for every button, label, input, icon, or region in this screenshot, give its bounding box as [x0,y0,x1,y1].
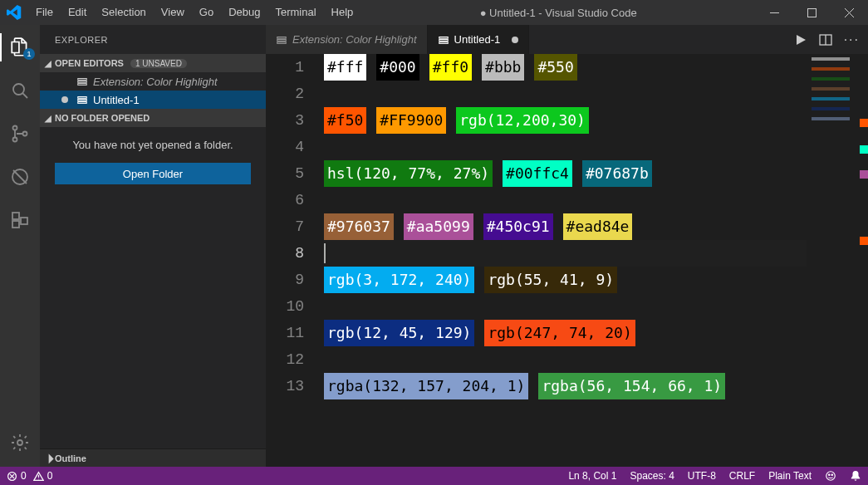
open-folder-button[interactable]: Open Folder [55,163,251,184]
minimize-button[interactable] [756,0,793,25]
extensions-icon[interactable] [0,206,40,234]
menu-file[interactable]: File [28,0,61,25]
color-token[interactable]: #00ffc4 [503,160,572,187]
open-editors-header[interactable]: ◢ Open Editors 1 UNSAVED [40,54,266,72]
line-number: 3 [266,107,304,134]
minimap[interactable] [807,54,856,467]
no-folder-message: You have not yet opened a folder. [40,127,266,163]
menubar: FileEditSelectionViewGoDebugTerminalHelp [28,0,360,25]
outline-label: Outline [55,453,86,463]
color-token[interactable]: #976037 [324,213,394,240]
editor-tab[interactable]: Untitled-1 [428,25,530,54]
status-lncol[interactable]: Ln 8, Col 1 [562,467,623,485]
debug-icon[interactable] [0,163,40,191]
code-line[interactable]: #f50#FF9900rgb(12,200,30) [324,107,807,134]
open-editor-item[interactable]: Untitled-1 [40,91,266,109]
code-line[interactable]: #fff#000#ff0#bbb#550 [324,54,807,81]
more-icon[interactable]: ··· [844,32,860,47]
code-line[interactable] [324,187,807,213]
color-token[interactable]: rgba(132, 157, 204, 1) [324,373,528,399]
svg-rect-20 [78,102,87,104]
open-editor-label: Extension: Color Highlight [93,76,218,88]
status-eol[interactable]: CRLF [723,467,762,485]
menu-go[interactable]: Go [192,0,221,25]
sidebar: Explorer ◢ Open Editors 1 UNSAVED Extens… [40,25,266,467]
color-token[interactable]: #ead84e [563,213,633,240]
code-line[interactable] [324,240,807,267]
code-content[interactable]: #fff#000#ff0#bbb#550#f50#FF9900rgb(12,20… [324,54,807,467]
svg-line-10 [13,170,27,184]
explorer-icon[interactable]: 1 [0,33,40,61]
color-token[interactable]: #fff [324,54,366,81]
overview-marker [860,119,868,127]
activitybar: 1 [0,25,40,467]
svg-point-35 [829,474,830,475]
warning-count: 0 [47,470,53,482]
color-token[interactable]: #ff0 [429,54,472,81]
window-title: ● Untitled-1 - Visual Studio Code [360,7,756,19]
source-control-icon[interactable] [0,120,40,148]
svg-rect-22 [277,39,287,41]
status-errors[interactable]: 0 [0,467,33,485]
svg-point-8 [23,132,27,136]
color-token[interactable]: #FF9900 [376,107,446,134]
code-line[interactable]: rgba(132, 157, 204, 1)rgba(56, 154, 66, … [324,373,807,399]
svg-rect-25 [439,39,448,41]
search-icon[interactable] [0,76,40,105]
overview-ruler[interactable] [856,54,868,467]
color-token[interactable]: rgba(56, 154, 66, 1) [538,373,725,399]
svg-rect-13 [21,218,27,224]
color-token[interactable]: #450c91 [483,213,553,240]
color-token[interactable]: #07687b [582,160,652,187]
color-token[interactable]: rgb(3, 172, 240) [324,267,474,293]
open-editor-item[interactable]: Extension: Color Highlight [40,72,266,91]
split-editor-icon[interactable] [819,33,832,47]
code-line[interactable]: rgb(3, 172, 240)rgb(55, 41, 9) [324,267,807,293]
status-warnings[interactable]: 0 [33,467,60,485]
code-line[interactable] [324,293,807,320]
menu-selection[interactable]: Selection [94,0,153,25]
menu-terminal[interactable]: Terminal [267,0,323,25]
maximize-button[interactable] [793,0,831,25]
color-token[interactable]: rgb(12,200,30) [456,107,589,134]
text-cursor [324,243,326,263]
line-number: 10 [266,293,304,320]
bell-icon[interactable] [843,467,868,485]
color-token[interactable]: rgb(247, 74, 20) [484,320,635,346]
menu-view[interactable]: View [154,0,192,25]
close-button[interactable] [831,0,868,25]
editor-body[interactable]: 12345678910111213 #fff#000#ff0#bbb#550#f… [266,54,868,467]
code-line[interactable]: hsl(120, 77%, 27%)#00ffc4#07687b [324,160,807,187]
code-line[interactable]: rgb(12, 45, 129)rgb(247, 74, 20) [324,320,807,346]
status-encoding[interactable]: UTF-8 [681,467,723,485]
color-token[interactable]: #f50 [324,107,366,134]
code-line[interactable] [324,81,807,107]
color-token[interactable]: #000 [376,54,419,81]
menu-help[interactable]: Help [324,0,361,25]
menu-debug[interactable]: Debug [221,0,267,25]
color-token[interactable]: rgb(55, 41, 9) [484,267,617,293]
code-line[interactable] [324,134,807,160]
code-line[interactable]: #976037#aa5099#450c91#ead84e [324,213,807,240]
color-token[interactable]: #aa5099 [404,213,473,240]
outline-header[interactable]: ◢ Outline [40,448,266,467]
tab-label: Untitled-1 [454,33,501,46]
code-line[interactable] [324,346,807,373]
color-token[interactable]: #550 [534,54,576,81]
no-folder-header[interactable]: ◢ No Folder Opened [40,109,266,127]
color-token[interactable]: rgb(12, 45, 129) [324,320,474,346]
line-number: 9 [266,267,304,293]
editor-tab[interactable]: Extension: Color Highlight [266,25,428,54]
run-icon[interactable] [794,33,807,47]
minimap-line [812,97,850,100]
menu-edit[interactable]: Edit [61,0,94,25]
status-lang[interactable]: Plain Text [762,467,818,485]
status-spaces[interactable]: Spaces: 4 [623,467,680,485]
color-token[interactable]: #bbb [482,54,524,81]
titlebar: FileEditSelectionViewGoDebugTerminalHelp… [0,0,868,25]
tab-label: Extension: Color Highlight [292,33,417,46]
settings-gear-icon[interactable] [0,429,40,457]
color-token[interactable]: hsl(120, 77%, 27%) [324,160,493,187]
feedback-icon[interactable] [818,467,843,485]
svg-point-6 [13,126,17,130]
